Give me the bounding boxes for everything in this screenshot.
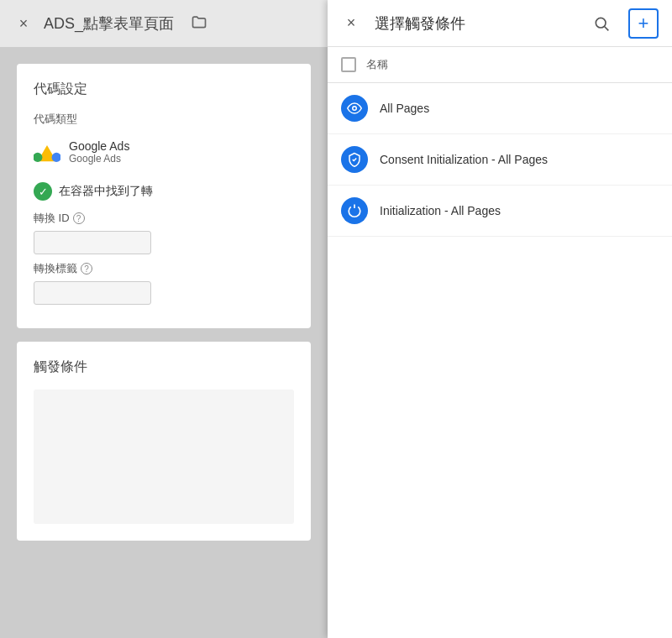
init-label: Initialization - All Pages [380,204,501,217]
left-header: × ADS_點擊表單頁面 [0,0,328,47]
name-column-header: 名稱 [366,57,388,72]
found-badge-text: 在容器中找到了轉 [59,184,153,199]
trigger-item-all-pages[interactable]: All Pages [328,83,672,134]
code-type-row: Google Ads Google Ads [34,132,294,172]
search-button[interactable] [588,10,615,37]
folder-icon [191,13,207,34]
right-close-button[interactable]: × [341,13,361,34]
trigger-empty-area [34,390,294,524]
trigger-item-consent[interactable]: Consent Initialization - All Pages [328,134,672,186]
eye-icon [347,101,362,116]
conversion-id-input[interactable] [34,231,151,254]
power-icon [347,203,362,218]
code-type-label: 代碼類型 [34,112,294,127]
conversion-id-help-icon[interactable]: ? [73,212,85,224]
right-panel-title: 選擇觸發條件 [375,13,575,34]
init-icon [341,197,368,224]
trigger-card-title: 觸發條件 [34,358,294,376]
code-card-title: 代碼設定 [34,81,294,98]
all-pages-label: All Pages [380,102,429,115]
google-ads-sub: Google Ads [69,153,129,165]
left-close-button[interactable]: × [13,13,34,34]
all-pages-icon [341,95,368,122]
svg-point-5 [353,107,357,111]
left-content: 代碼設定 代碼類型 Google Ads Google Ads ✓ 在容器中找到… [0,47,328,557]
conversion-tag-input[interactable] [34,281,151,305]
left-panel-title: ADS_點擊表單頁面 [44,13,174,34]
consent-icon [341,146,368,173]
conversion-tag-label: 轉換標籤 ? [34,261,294,276]
search-icon [593,15,610,32]
consent-init-label: Consent Initialization - All Pages [380,153,548,166]
trigger-list-header: 名稱 [328,47,672,83]
code-card: 代碼設定 代碼類型 Google Ads Google Ads ✓ 在容器中找到… [17,64,311,328]
trigger-list: All Pages Consent Initialization - All P… [328,83,672,638]
shield-icon [347,152,362,167]
svg-point-3 [596,18,606,28]
conversion-tag-help-icon[interactable]: ? [81,263,92,275]
left-panel: × ADS_點擊表單頁面 代碼設定 代碼類型 Goog [0,0,328,638]
svg-line-4 [605,26,609,30]
trigger-item-init[interactable]: Initialization - All Pages [328,186,672,237]
google-ads-logo-icon [34,139,60,165]
google-ads-name: Google Ads [69,139,129,153]
found-badge: ✓ 在容器中找到了轉 [34,182,294,201]
trigger-card: 觸發條件 [17,342,311,541]
select-all-checkbox[interactable] [341,57,356,72]
right-header: × 選擇觸發條件 + [328,0,672,47]
right-panel: × 選擇觸發條件 + 名稱 All Pages [328,0,672,638]
check-circle-icon: ✓ [34,182,52,201]
conversion-id-label: 轉換 ID ? [34,211,294,226]
add-trigger-button[interactable]: + [628,8,659,39]
google-ads-info: Google Ads Google Ads [69,139,129,165]
